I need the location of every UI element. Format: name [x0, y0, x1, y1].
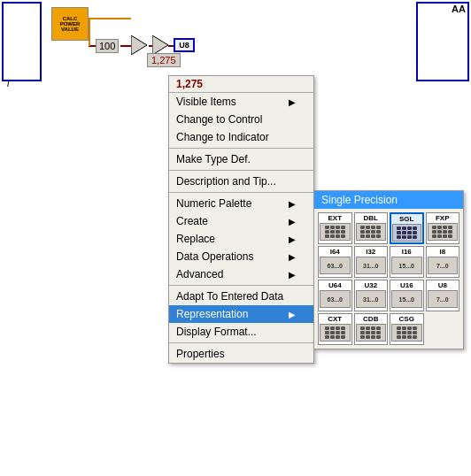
menu-item-change-to-indicator[interactable]: Change to Indicator: [169, 128, 313, 146]
rep-cell-dbl[interactable]: DBL: [354, 212, 389, 244]
rep-cell-ext[interactable]: EXT: [318, 212, 352, 244]
rep-cell-u32[interactable]: U32 31...0: [354, 280, 389, 311]
separator-1: [169, 148, 313, 149]
separator-3: [169, 192, 313, 193]
menu-item-display-format[interactable]: Display Format...: [169, 323, 313, 341]
wire-2: [120, 45, 131, 47]
svg-marker-0: [131, 35, 147, 55]
submenu-title: Single Precision: [314, 191, 463, 209]
representation-submenu: Single Precision EXT DBL: [313, 190, 464, 349]
rep-grid: EXT DBL SGL: [314, 209, 463, 349]
menu-item-properties[interactable]: Properties: [169, 345, 313, 363]
rep-cell-u8[interactable]: U8 7...0: [426, 280, 460, 311]
rep-cell-i64[interactable]: I64 63...0: [318, 246, 352, 278]
calc-block: CALC POWER VALUE: [51, 7, 89, 41]
wire-4: [168, 45, 174, 47]
menu-item-description-tip[interactable]: Description and Tip...: [169, 173, 313, 190]
aa-label: AA: [452, 4, 466, 14]
arrow-icon-5: ▶: [289, 252, 296, 262]
context-menu: 1,275 Visible Items ▶ Change to Control …: [168, 75, 314, 364]
menu-item-visible-items[interactable]: Visible Items ▶: [169, 93, 313, 111]
menu-item-advanced[interactable]: Advanced ▶: [169, 265, 313, 283]
triangle-1: [131, 35, 149, 55]
rep-cell-cxt[interactable]: CXT: [318, 313, 352, 345]
svg-marker-1: [152, 35, 168, 55]
rep-cell-cdb[interactable]: CDB: [354, 313, 389, 345]
arrow-icon-2: ▶: [289, 199, 296, 209]
arrow-icon-4: ▶: [289, 234, 296, 244]
triangle-2: [152, 35, 170, 55]
rep-cell-sgl[interactable]: SGL: [390, 212, 424, 244]
u8-indicator: U8: [174, 38, 195, 52]
menu-item-data-operations[interactable]: Data Operations ▶: [169, 248, 313, 265]
rep-cell-csg[interactable]: CSG: [390, 313, 424, 345]
i-label: i: [7, 78, 9, 88]
menu-item-make-type-def[interactable]: Make Type Def.: [169, 150, 313, 168]
orange-wire-h: [89, 18, 131, 19]
arrow-icon-6: ▶: [289, 270, 296, 280]
separator-2: [169, 170, 313, 171]
arrow-icon: ▶: [289, 97, 296, 107]
numeric-constant-100: 100: [96, 39, 119, 53]
arrow-icon-3: ▶: [289, 217, 296, 226]
separator-4: [169, 285, 313, 286]
context-value-label: 1,275: [169, 76, 313, 93]
menu-item-representation[interactable]: Representation ▶: [169, 305, 313, 323]
blue-border-left: [2, 2, 42, 81]
menu-item-create[interactable]: Create ▶: [169, 212, 313, 230]
rep-cell-i16[interactable]: I16 15...0: [390, 246, 424, 278]
rep-cell-i8[interactable]: I8 7...0: [426, 246, 460, 278]
rep-cell-u16[interactable]: U16 15...0: [390, 280, 424, 311]
menu-item-change-to-control[interactable]: Change to Control: [169, 111, 313, 128]
arrow-icon-7: ▶: [289, 310, 296, 319]
menu-item-replace[interactable]: Replace ▶: [169, 230, 313, 248]
value-display: 1,275: [147, 53, 181, 67]
wire-3: [149, 45, 152, 47]
rep-cell-fxp[interactable]: FXP: [426, 212, 460, 244]
rep-cell-i32[interactable]: I32 31...0: [354, 246, 389, 278]
orange-wire-v: [89, 18, 90, 46]
separator-5: [169, 342, 313, 343]
rep-cell-u64[interactable]: U64 63...0: [318, 280, 352, 311]
menu-item-numeric-palette[interactable]: Numeric Palette ▶: [169, 195, 313, 212]
menu-item-adapt-to-entered-data[interactable]: Adapt To Entered Data: [169, 288, 313, 305]
